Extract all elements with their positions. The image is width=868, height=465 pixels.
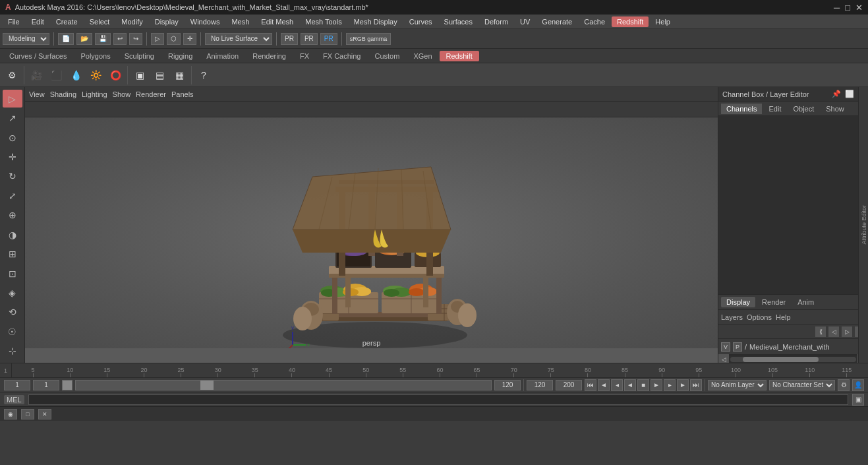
mode-tab-animation[interactable]: Animation bbox=[200, 51, 245, 61]
tray-btn-3[interactable]: ✕ bbox=[38, 409, 51, 419]
mel-label[interactable]: MEL bbox=[4, 395, 24, 404]
scale-tool[interactable]: ⤢ bbox=[3, 187, 22, 204]
ipr-btn[interactable]: PR bbox=[301, 33, 318, 45]
viewport-icon-1[interactable]: 🎥 bbox=[27, 66, 45, 84]
mel-execute-icon[interactable]: ▣ bbox=[852, 394, 864, 406]
side-tool-11[interactable]: ⟲ bbox=[3, 303, 22, 321]
menu-item-redshift[interactable]: Redshift bbox=[612, 16, 649, 27]
ch-nav-prev[interactable]: ◁ bbox=[828, 326, 839, 337]
menu-item-surfaces[interactable]: Surfaces bbox=[439, 16, 478, 27]
anim-layer-dropdown[interactable]: No Anim Layer bbox=[708, 380, 767, 390]
poly-icon-1[interactable]: ▣ bbox=[130, 66, 149, 84]
skip-to-end-btn[interactable]: ⏭ bbox=[690, 379, 702, 391]
title-bar-controls[interactable]: ─ □ ✕ bbox=[834, 3, 863, 13]
menu-item-windows[interactable]: Windows bbox=[185, 16, 225, 27]
select-tool-sidebar[interactable]: ▷ bbox=[3, 90, 22, 108]
menu-item-mesh-display[interactable]: Mesh Display bbox=[349, 16, 403, 27]
menu-item-select[interactable]: Select bbox=[84, 16, 115, 27]
ch-menu-options[interactable]: Options bbox=[747, 313, 772, 321]
poly-icon-2[interactable]: ▤ bbox=[150, 66, 169, 84]
help-btn[interactable]: ? bbox=[194, 66, 213, 84]
new-scene-btn[interactable]: 📄 bbox=[58, 33, 74, 45]
ch-nav-next[interactable]: ▷ bbox=[842, 326, 852, 337]
side-tool-10[interactable]: ◈ bbox=[3, 284, 22, 301]
channel-scroll-bar[interactable]: ◁ ▷ bbox=[718, 355, 868, 363]
ch-sub-tab-anim[interactable]: Anim bbox=[792, 297, 819, 307]
menu-item-mesh[interactable]: Mesh bbox=[226, 16, 254, 27]
attribute-editor-tab[interactable]: Attribute Editor bbox=[861, 202, 867, 247]
prev-key-btn[interactable]: ◂ bbox=[611, 379, 623, 391]
panel-pin-icon[interactable]: 📌 bbox=[832, 90, 841, 98]
viewport-menu-view[interactable]: View bbox=[29, 90, 45, 98]
current-frame-input[interactable] bbox=[33, 380, 59, 390]
tray-btn-2[interactable]: □ bbox=[21, 409, 34, 419]
menu-item-generate[interactable]: Generate bbox=[536, 16, 577, 27]
panel-expand-icon[interactable]: ⬜ bbox=[845, 90, 854, 98]
menu-item-create[interactable]: Create bbox=[51, 16, 83, 27]
viewport-menu-show[interactable]: Show bbox=[113, 90, 131, 98]
live-surface-dropdown[interactable]: No Live Surface bbox=[205, 33, 272, 45]
ch-sub-tab-display[interactable]: Display bbox=[721, 297, 755, 307]
anim-options-btn[interactable]: ⚙ bbox=[838, 379, 850, 391]
viewport-menu-renderer[interactable]: Renderer bbox=[136, 90, 166, 98]
range-slider[interactable] bbox=[75, 380, 492, 390]
menu-item-cache[interactable]: Cache bbox=[579, 16, 610, 27]
menu-item-modify[interactable]: Modify bbox=[116, 16, 148, 27]
mode-tab-redshift[interactable]: Redshift bbox=[440, 51, 479, 61]
minimize-button[interactable]: ─ bbox=[834, 3, 840, 13]
mode-tab-xgen[interactable]: XGen bbox=[407, 51, 438, 61]
char-options-btn[interactable]: 👤 bbox=[852, 379, 864, 391]
lasso-btn[interactable]: ⬡ bbox=[167, 33, 181, 45]
select-tool-btn[interactable]: ▷ bbox=[151, 33, 164, 45]
mel-input-field[interactable] bbox=[28, 394, 848, 405]
mode-tab-sculpting[interactable]: Sculpting bbox=[118, 51, 161, 61]
total-frames-input[interactable] bbox=[556, 380, 582, 390]
play-back-btn[interactable]: ◄ bbox=[624, 379, 636, 391]
mode-tab-fx-caching[interactable]: FX Caching bbox=[316, 51, 367, 61]
mode-tab-polygons[interactable]: Polygons bbox=[74, 51, 117, 61]
channel-tab-show[interactable]: Show bbox=[821, 104, 850, 114]
timeline-ruler[interactable]: 5101520253035404550556065707580859095100… bbox=[12, 363, 868, 377]
viewport-icon-5[interactable]: ⭕ bbox=[106, 66, 125, 84]
channel-tab-object[interactable]: Object bbox=[788, 104, 819, 114]
range-thumb[interactable] bbox=[200, 381, 214, 390]
modeling-dropdown[interactable]: Modeling bbox=[3, 33, 49, 45]
scroll-track[interactable] bbox=[730, 357, 856, 362]
viewport-icon-3[interactable]: 💧 bbox=[67, 66, 85, 84]
maximize-button[interactable]: □ bbox=[845, 3, 850, 13]
render-view-btn[interactable]: PR bbox=[320, 33, 337, 45]
menu-item-edit[interactable]: Edit bbox=[26, 16, 49, 27]
ch-nav-skip-start[interactable]: ⟪ bbox=[815, 326, 826, 337]
mode-tab-rigging[interactable]: Rigging bbox=[161, 51, 199, 61]
move-btn[interactable]: ✛ bbox=[183, 33, 196, 45]
channel-tab-edit[interactable]: Edit bbox=[763, 104, 786, 114]
end-frame-input[interactable] bbox=[494, 380, 521, 390]
menu-item-edit-mesh[interactable]: Edit Mesh bbox=[256, 16, 299, 27]
start-frame-input[interactable] bbox=[4, 380, 30, 390]
render-settings-btn[interactable]: PR bbox=[281, 33, 298, 45]
soft-mod-tool[interactable]: ◑ bbox=[3, 226, 22, 243]
mode-tab-fx[interactable]: FX bbox=[293, 51, 316, 61]
menu-item-mesh-tools[interactable]: Mesh Tools bbox=[300, 16, 347, 27]
show-manip[interactable]: ⊞ bbox=[3, 245, 22, 263]
char-set-dropdown[interactable]: No Character Set bbox=[769, 380, 835, 390]
playback-end-input[interactable] bbox=[527, 380, 553, 390]
tray-btn-1[interactable]: ◉ bbox=[4, 409, 17, 419]
save-btn[interactable]: 💾 bbox=[95, 33, 111, 45]
close-button[interactable]: ✕ bbox=[855, 3, 863, 13]
universal-manip[interactable]: ⊕ bbox=[3, 206, 22, 224]
side-tool-13[interactable]: ⊹ bbox=[3, 342, 22, 359]
colorspace-btn[interactable]: sRGB gamma bbox=[346, 33, 391, 45]
ch-menu-layers[interactable]: Layers bbox=[721, 313, 743, 321]
redo-btn[interactable]: ↪ bbox=[129, 33, 142, 45]
mode-tab-custom[interactable]: Custom bbox=[368, 51, 407, 61]
ch-sub-tab-render[interactable]: Render bbox=[757, 297, 791, 307]
prev-frame-btn[interactable]: ◄ bbox=[598, 379, 610, 391]
play-fwd-btn[interactable]: ► bbox=[651, 379, 662, 391]
layer-visibility-btn[interactable]: V bbox=[721, 342, 730, 352]
channel-tab-channels[interactable]: Channels bbox=[721, 104, 762, 114]
poly-icon-3[interactable]: ▦ bbox=[170, 66, 188, 84]
skip-to-start-btn[interactable]: ⏮ bbox=[585, 379, 596, 391]
viewport-menu-shading[interactable]: Shading bbox=[50, 90, 76, 98]
scroll-thumb[interactable] bbox=[743, 357, 819, 362]
